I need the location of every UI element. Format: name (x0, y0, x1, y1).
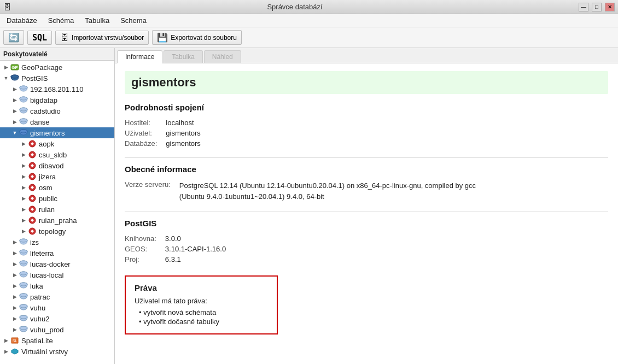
tree-item-geopackage[interactable]: ▶GPGeoPackage (0, 62, 114, 73)
titlebar-controls: — □ ✕ (579, 3, 615, 11)
import-button[interactable]: 🗄 Importovat vrstvu/soubor (55, 31, 149, 45)
connection-details-title: Podrobnosti spojení (125, 103, 608, 112)
user-value: gismentors (166, 128, 209, 138)
user-label: Uživatel: (125, 128, 166, 138)
tree-item-bigdatap[interactable]: ▶bigdatap (0, 95, 114, 105)
tree-item-vuhu_prod[interactable]: ▶vuhu_prod (0, 324, 114, 335)
tree-label-osm: osm (39, 184, 53, 192)
rights-list: vytvořit nová schématavytvořit dočasné t… (135, 308, 268, 326)
tree-item-public[interactable]: ▶public (0, 193, 114, 204)
menu-schema2[interactable]: Schema (116, 15, 151, 26)
tree-icon-lucas-docker (19, 260, 28, 268)
menu-databaze[interactable]: Databáze (2, 15, 42, 26)
tree-item-topology[interactable]: ▶topology (0, 226, 114, 237)
menu-schema[interactable]: Schéma (44, 15, 79, 26)
close-button[interactable]: ✕ (605, 3, 615, 11)
db-value: gismentors (166, 138, 209, 149)
tree-item-dibavod[interactable]: ▶dibavod (0, 160, 114, 171)
menubar: Databáze Schéma Tabulka Schema (0, 14, 618, 27)
tree-item-ruian_praha[interactable]: ▶ruian_praha (0, 215, 114, 226)
export-button[interactable]: 💾 Exportovat do souboru (152, 30, 242, 45)
minimize-button[interactable]: — (579, 3, 588, 11)
tree-arrow-vuhu2: ▶ (11, 316, 19, 321)
tree-icon-patrac (19, 292, 28, 301)
tree-item-virtual[interactable]: ▶Virtuální vrstvy (0, 346, 114, 357)
tabs: InformaceTabulkaNáhled (115, 48, 618, 63)
library-label: Knihovna: (125, 233, 165, 244)
host-label: Hostitel: (125, 118, 166, 128)
tree-item-vuhu2[interactable]: ▶vuhu2 (0, 313, 114, 324)
import-icon: 🗄 (60, 33, 69, 43)
tree-label-lucas-local: lucas-local (30, 271, 63, 279)
tree-item-postgis[interactable]: ▼PostGIS (0, 73, 114, 84)
tree-item-spatialite[interactable]: ▶SLSpatiaLite (0, 335, 114, 346)
tree-item-lifeterra[interactable]: ▶lifeterra (0, 248, 114, 259)
maximize-button[interactable]: □ (592, 3, 602, 11)
list-item: vytvořit nová schémata (139, 308, 268, 316)
tree-item-gismentors[interactable]: ▼gismentors (0, 127, 114, 138)
geos-label: GEOS: (125, 244, 165, 254)
tree-arrow-lucas-docker: ▶ (11, 261, 19, 267)
tree-label-postgis: PostGIS (21, 74, 48, 83)
tree-item-patrac[interactable]: ▶patrac (0, 291, 114, 302)
tree-icon-osm (27, 183, 37, 192)
connection-title: gismentors (125, 71, 608, 94)
app-icon: 🗄 (3, 3, 11, 11)
tree-icon-cadstudio (19, 107, 28, 115)
tree-arrow-luka: ▶ (11, 283, 19, 289)
tree-arrow-danse: ▶ (11, 119, 19, 125)
tree-icon-vuhu2 (19, 314, 28, 323)
tree-item-izs[interactable]: ▶izs (0, 237, 114, 248)
tree-label-vuhu: vuhu (30, 304, 45, 312)
tree-label-lifeterra: lifeterra (30, 249, 54, 257)
tree-item-ip[interactable]: ▶192.168.201.110 (0, 84, 114, 95)
refresh-button[interactable]: 🔄 (3, 30, 24, 45)
tab-informace[interactable]: Informace (117, 50, 162, 63)
tab-tabulka: Tabulka (164, 50, 202, 63)
tree-icon-aopk (27, 139, 37, 148)
tree-label-csu_sldb: csu_sldb (39, 151, 67, 159)
tree-item-jizera[interactable]: ▶jizera (0, 171, 114, 182)
tree-item-danse[interactable]: ▶danse (0, 116, 114, 127)
tree-label-danse: danse (30, 118, 49, 126)
tree-label-lucas-docker: lucas-docker (30, 260, 71, 268)
tree-arrow-ip: ▶ (11, 86, 19, 92)
tree-item-vuhu[interactable]: ▶vuhu (0, 302, 114, 313)
general-info-title: Obecné informace (125, 165, 608, 174)
tree-item-cadstudio[interactable]: ▶cadstudio (0, 105, 114, 116)
tree-item-aopk[interactable]: ▶aopk (0, 138, 114, 149)
tree-label-vuhu2: vuhu2 (30, 315, 49, 323)
left-panel: Poskytovatelé ▶GPGeoPackage▼PostGIS▶192.… (0, 48, 115, 364)
tree-icon-danse (19, 118, 28, 126)
tree-item-osm[interactable]: ▶osm (0, 182, 114, 193)
table-row: Hostitel: localhost (125, 118, 209, 128)
tree-icon-jizera (27, 172, 37, 181)
tree-arrow-osm: ▶ (20, 185, 27, 190)
tree-label-luka: luka (30, 282, 43, 290)
toolbar: 🔄 SQL 🗄 Importovat vrstvu/soubor 💾 Expor… (0, 27, 618, 48)
tree-item-luka[interactable]: ▶luka (0, 280, 114, 291)
tree-arrow-public: ▶ (20, 196, 27, 201)
menu-tabulka[interactable]: Tabulka (80, 15, 114, 26)
tree-item-lucas-docker[interactable]: ▶lucas-docker (0, 259, 114, 269)
tree-icon-csu_sldb (27, 150, 37, 159)
tree-arrow-postgis: ▼ (2, 75, 10, 81)
export-label: Exportovat do souboru (171, 34, 237, 42)
host-value: localhost (166, 118, 209, 128)
svg-text:SL: SL (13, 339, 18, 343)
tree-label-aopk: aopk (39, 140, 54, 148)
library-value: 3.0.0 (165, 233, 235, 244)
tree-item-lucas-local[interactable]: ▶lucas-local (0, 269, 114, 280)
tree-item-csu_sldb[interactable]: ▶csu_sldb (0, 149, 114, 160)
server-version-value: PostgreSQL 12.14 (Ubuntu 12.14-0ubuntu0.… (179, 179, 486, 203)
tree-icon-geopackage: GP (10, 63, 20, 72)
tree-icon-luka (19, 281, 28, 290)
window-title: Správce databází (11, 3, 579, 11)
providers-header: Poskytovatelé (0, 48, 114, 61)
postgis-table: Knihovna: 3.0.0 GEOS: 3.10.1-CAPI-1.16.0… (125, 233, 235, 265)
tree-icon-dibavod (27, 161, 37, 170)
tree-item-ruian[interactable]: ▶ruian (0, 204, 114, 215)
tree-arrow-izs: ▶ (11, 239, 19, 245)
tree-label-vuhu_prod: vuhu_prod (30, 326, 63, 334)
sql-button[interactable]: SQL (27, 31, 52, 45)
